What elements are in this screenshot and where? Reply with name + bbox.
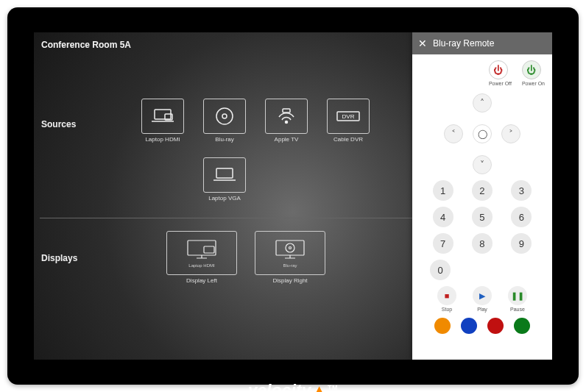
sources-row-1: Laptop HDMI Blu-ray Apple TV DVR Cable D… (137, 99, 374, 143)
pause-label: Pause (508, 307, 527, 312)
numpad-9-button[interactable]: 9 (511, 233, 532, 254)
room-title: Conference Room 5A (41, 40, 131, 50)
display-left[interactable]: Laptop HDMI Display Left (166, 231, 237, 284)
screen: Conference Room 5A ⊘ Mute All Video Sour… (34, 32, 552, 360)
svg-rect-10 (204, 246, 214, 253)
display-label: Display Right (272, 277, 307, 284)
stop-button[interactable]: ■ (437, 286, 456, 305)
power-off-label: Power Off (489, 81, 512, 86)
svg-rect-8 (216, 168, 233, 178)
power-on-button[interactable]: ⏻ (522, 60, 541, 79)
color-buttons-row (420, 318, 545, 334)
displays-row: Laptop HDMI Display Left Blu-ray Display… (166, 231, 325, 284)
pause-button[interactable]: ❚❚ (508, 286, 527, 305)
dpad-ok-button[interactable]: ◯ (473, 124, 492, 143)
svg-point-12 (286, 243, 294, 252)
close-icon[interactable]: ✕ (418, 38, 427, 49)
play-label: Play (473, 307, 492, 312)
svg-point-4 (286, 121, 288, 124)
source-label: Laptop VGA (208, 195, 241, 202)
dvr-icon: DVR (335, 107, 361, 125)
number-pad: 1 2 3 4 5 6 7 8 9 (430, 180, 534, 254)
color-button-blue[interactable] (461, 318, 477, 334)
source-label: Cable DVR (333, 136, 363, 143)
dpad-down-button[interactable]: ˅ (473, 155, 492, 174)
dpad-left-button[interactable]: ˂ (444, 124, 463, 143)
monitor-icon (183, 238, 220, 262)
color-button-orange[interactable] (434, 318, 451, 334)
stop-label: Stop (437, 307, 456, 312)
laptop-icon (150, 107, 175, 125)
display-source: Laptop HDMI (188, 263, 214, 268)
numpad-7-button[interactable]: 7 (433, 233, 453, 254)
brand-logo: velocity▲TM by Atlona (7, 381, 579, 392)
display-source: Blu-ray (283, 263, 297, 268)
numpad-0-button[interactable]: 0 (430, 260, 451, 280)
numpad-5-button[interactable]: 5 (472, 207, 493, 227)
source-appletv[interactable]: Apple TV (261, 99, 312, 143)
svg-point-3 (222, 114, 227, 118)
device-frame: Conference Room 5A ⊘ Mute All Video Sour… (7, 7, 579, 385)
display-label: Display Left (186, 277, 217, 284)
numpad-6-button[interactable]: 6 (511, 207, 532, 227)
sources-row-2: Laptop VGA (137, 157, 250, 202)
laptop-icon (212, 166, 237, 184)
source-label: Blu-ray (215, 136, 233, 143)
remote-panel: ✕ Blu-ray Remote ⏻ Power Off ⏻ Power On … (412, 32, 552, 360)
remote-header: ✕ Blu-ray Remote (412, 32, 552, 54)
color-button-green[interactable] (514, 318, 530, 334)
numpad-1-button[interactable]: 1 (433, 180, 453, 201)
numpad-8-button[interactable]: 8 (472, 233, 493, 254)
power-off-button[interactable]: ⏻ (489, 60, 508, 79)
wifi-icon (275, 107, 297, 126)
color-button-red[interactable] (487, 318, 504, 334)
dpad-right-button[interactable]: ˃ (501, 124, 520, 143)
svg-point-13 (289, 247, 292, 249)
svg-rect-5 (283, 109, 290, 113)
dpad-up-button[interactable]: ˄ (473, 93, 492, 113)
transport-row: ■ Stop ▶ Play ❚❚ Pause (420, 286, 545, 312)
svg-point-2 (216, 108, 233, 124)
flame-icon: ▲ (311, 381, 328, 392)
numpad-2-button[interactable]: 2 (472, 180, 493, 201)
display-right[interactable]: Blu-ray Display Right (255, 231, 325, 284)
source-laptop-hdmi[interactable]: Laptop HDMI (137, 99, 188, 143)
source-cable-dvr[interactable]: DVR Cable DVR (322, 99, 374, 143)
source-laptop-vga[interactable]: Laptop VGA (199, 157, 250, 202)
source-label: Apple TV (275, 136, 299, 143)
numpad-4-button[interactable]: 4 (433, 207, 453, 227)
source-label: Laptop HDMI (145, 136, 180, 143)
play-button[interactable]: ▶ (473, 286, 492, 305)
dpad: ˄ ˂ ◯ ˃ ˅ (438, 93, 526, 174)
monitor-disc-icon (272, 238, 308, 262)
svg-text:DVR: DVR (342, 113, 355, 120)
remote-title: Blu-ray Remote (433, 38, 494, 49)
sources-heading: Sources (41, 119, 76, 129)
numpad-3-button[interactable]: 3 (511, 180, 532, 201)
displays-heading: Displays (41, 253, 77, 263)
source-bluray[interactable]: Blu-ray (199, 99, 250, 143)
disc-icon (213, 105, 236, 127)
svg-rect-11 (276, 240, 304, 255)
power-on-label: Power On (522, 81, 545, 86)
